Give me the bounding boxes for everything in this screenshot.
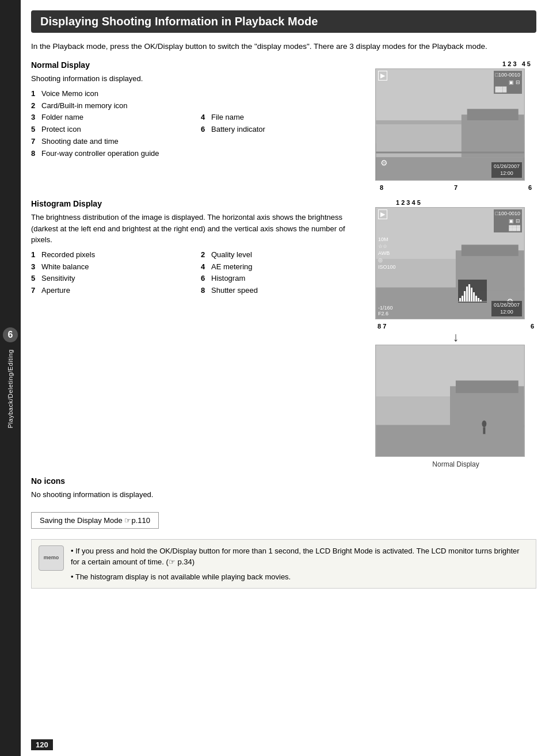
- cam2-overlay: ▶ □100-0010 ▣ ⊟ ▓▓▓ 10M ☆☆: [376, 208, 524, 319]
- date-time-2: 01/26/2007 12:00: [491, 301, 522, 316]
- svg-rect-20: [466, 287, 468, 301]
- list-item: 2Card/Built-in memory icon: [31, 100, 368, 112]
- histogram-title: Histogram Display: [31, 199, 368, 208]
- histogram-section: Histogram Display The brightness distrib…: [31, 199, 536, 468]
- list-item: 7Shooting date and time: [31, 136, 368, 148]
- no-icons-body: No shooting information is displayed.: [31, 489, 536, 501]
- normal-display-title: Normal Display: [31, 60, 368, 70]
- svg-rect-18: [462, 296, 463, 301]
- main-content: Displaying Shooting Information in Playb…: [21, 0, 549, 756]
- list-item: 1Voice Memo icon: [31, 88, 368, 100]
- histogram-img-col: 1 2 3 4 5 ▶: [375, 199, 536, 468]
- histogram-body: The brightness distribution of the image…: [31, 212, 368, 246]
- svg-rect-25: [478, 298, 479, 301]
- svg-rect-26: [480, 300, 482, 301]
- list-item: 3Folder name 4File name: [31, 112, 368, 124]
- cam2-bottom-left: -1/160 F2.6: [378, 305, 393, 316]
- svg-rect-21: [468, 284, 470, 301]
- intro-text: In the Playback mode, press the OK/Displ…: [31, 41, 536, 52]
- histogram-graphic: [458, 280, 487, 303]
- histogram-list: 1Recorded pixels 2Quality level 3White b…: [31, 249, 368, 297]
- list-item: 3White balance 4AE metering: [31, 261, 368, 273]
- memo-bullet-1: • If you press and hold the OK/Display b…: [71, 545, 529, 568]
- svg-rect-33: [456, 381, 518, 394]
- camera-display-1: ▶ □100-0010 ▣ ⊟ ▓▓▓ 01/26/: [375, 68, 525, 181]
- dial-icon-1: ⚙: [380, 158, 388, 167]
- svg-rect-23: [473, 292, 475, 301]
- no-icons-title: No icons: [31, 476, 536, 486]
- play-icon: ▶: [378, 71, 387, 81]
- file-info-1: □100-0010 ▣ ⊟ ▓▓▓: [494, 71, 522, 94]
- cam2-container: ▶ □100-0010 ▣ ⊟ ▓▓▓ 10M ☆☆: [375, 207, 536, 319]
- tab-label: Playback/Deleting/Editing: [7, 349, 14, 428]
- svg-rect-31: [376, 425, 524, 456]
- cam1-top-labels: 1 2 3 4 5: [375, 60, 536, 67]
- play-icon-2: ▶: [378, 209, 387, 219]
- tab-number: 6: [3, 327, 18, 342]
- list-item: 8Four-way controller operation guide: [31, 148, 368, 160]
- cam1-bottom-labels: 8 7 6: [375, 184, 536, 191]
- normal-display-label: Normal Display: [375, 460, 536, 468]
- normal-display-body: Shooting information is displayed.: [31, 73, 368, 85]
- cam1-container: ▶ □100-0010 ▣ ⊟ ▓▓▓ 01/26/: [375, 68, 536, 181]
- svg-rect-22: [471, 288, 472, 301]
- memo-icon: memo: [39, 545, 64, 571]
- no-icons-section: No icons No shooting information is disp…: [31, 476, 536, 501]
- normal-display-text: Normal Display Shooting information is d…: [31, 60, 368, 191]
- camera-display-3: [375, 345, 525, 457]
- memo-section: memo • If you press and hold the OK/Disp…: [31, 539, 536, 589]
- memo-content: • If you press and hold the OK/Display b…: [71, 545, 529, 583]
- normal-display-img-col: 1 2 3 4 5: [375, 60, 536, 191]
- histogram-text: Histogram Display The brightness distrib…: [31, 199, 368, 468]
- left-tab: 6 Playback/Deleting/Editing: [0, 0, 21, 756]
- list-item: 5Protect icon 6Battery indicator: [31, 124, 368, 136]
- svg-rect-35: [483, 427, 485, 434]
- date-time-1: 01/26/2007 12:00: [491, 162, 522, 178]
- svg-rect-19: [464, 291, 466, 301]
- arrow-down-2: ↓: [375, 331, 536, 343]
- saving-box: Saving the Display Mode ☞p.110: [31, 512, 159, 529]
- scenery-svg-3: [376, 345, 524, 456]
- cam1-overlay: ▶ □100-0010 ▣ ⊟ ▓▓▓ 01/26/: [376, 69, 524, 180]
- list-item: 1Recorded pixels 2Quality level: [31, 249, 368, 261]
- normal-display-list: 1Voice Memo icon 2Card/Built-in memory i…: [31, 88, 368, 160]
- memo-bullet-2: • The histogram display is not available…: [71, 571, 529, 583]
- camera-display-2: ▶ □100-0010 ▣ ⊟ ▓▓▓ 10M ☆☆: [375, 207, 525, 319]
- cam2-top-labels: 1 2 3 4 5: [375, 199, 536, 206]
- svg-point-34: [482, 421, 486, 427]
- page-title: Displaying Shooting Information in Playb…: [31, 10, 536, 33]
- svg-rect-24: [475, 296, 477, 301]
- cam2-left-icons: 10M ☆☆ AWB ◎ ISO100: [378, 236, 396, 270]
- svg-rect-17: [459, 298, 461, 301]
- list-item: 7Aperture 8Shutter speed: [31, 285, 368, 297]
- page-number: 120: [31, 739, 53, 750]
- list-item: 5Sensitivity 6Histogram: [31, 273, 368, 285]
- cam2-bottom-labels: 8 7 6: [375, 323, 536, 330]
- normal-display-section: Normal Display Shooting information is d…: [31, 60, 536, 191]
- file-info-2: □100-0010 ▣ ⊟ ▓▓▓: [494, 209, 522, 232]
